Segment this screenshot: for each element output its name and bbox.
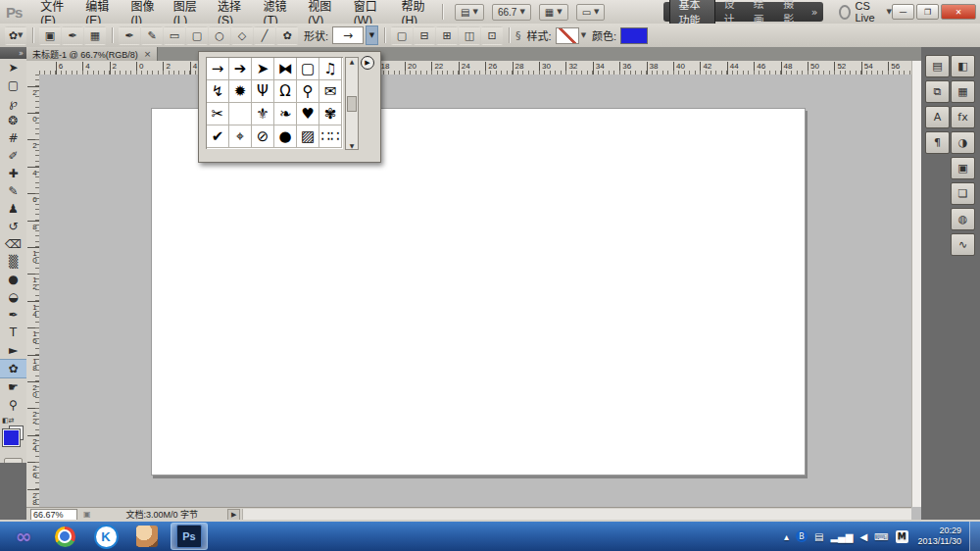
shape-grass[interactable]: Ψ	[252, 80, 274, 103]
shape-arrow-solid[interactable]: ➤	[252, 58, 274, 80]
custom-shape-tool-button[interactable]: ✿	[276, 26, 298, 45]
quick-selection-tool[interactable]: ❂	[0, 112, 26, 129]
restore-button[interactable]: ❐	[916, 4, 939, 20]
signal-icon[interactable]: ▂▄▆	[830, 531, 853, 542]
canvas-pasteboard[interactable]	[39, 75, 911, 507]
style-swatch[interactable]	[556, 27, 579, 44]
panel-swatches[interactable]: ▦	[951, 80, 975, 103]
shape-music-notes[interactable]: ♫	[319, 58, 342, 80]
minimize-button[interactable]: —	[892, 4, 914, 20]
taskbar-clock[interactable]: 20:29 2013/11/30	[918, 526, 961, 547]
shape-heart[interactable]: ♥	[297, 103, 319, 125]
shape-banner[interactable]: ⧓	[274, 58, 297, 80]
horizontal-ruler[interactable]: 8642024681012141618202224262830323436384…	[39, 61, 911, 75]
freeform-pen-tool-button[interactable]: ✎	[141, 26, 163, 45]
shape-light-bulb[interactable]: Ω	[274, 80, 297, 103]
bluetooth-icon[interactable]: B	[796, 530, 808, 542]
shape-picker-scrollbar[interactable]: ▲ ▼	[345, 57, 359, 150]
panel-paragraph[interactable]: ¶	[925, 131, 950, 154]
fill-pixels-button[interactable]: ▦	[84, 26, 106, 45]
shape-starburst[interactable]: ✹	[229, 80, 252, 103]
panel-clone-source[interactable]: ⧉	[925, 80, 950, 103]
document-tab[interactable]: 未标题-1 @ 66.7%(RGB/8) ×	[26, 47, 158, 61]
foreground-color-swatch[interactable]	[3, 429, 20, 446]
screen-mode-button[interactable]: ▭ ▼	[576, 4, 606, 21]
lasso-tool[interactable]: ℘	[0, 94, 26, 112]
panel-channels[interactable]: ◍	[951, 208, 975, 230]
tool-preset-picker[interactable]: ✿ ▼	[5, 26, 26, 45]
panel-paths[interactable]: ∿	[951, 233, 975, 256]
eyedropper-tool[interactable]: ✐	[0, 147, 26, 165]
shape-florette[interactable]: ✾	[319, 103, 342, 125]
scroll-up-icon[interactable]: ▲	[350, 58, 355, 65]
shape-arrow-heavy[interactable]: ➔	[229, 58, 252, 80]
shape-blank[interactable]	[229, 103, 252, 125]
shape-dot-grid[interactable]: ∷∷	[319, 125, 342, 148]
vertical-ruler[interactable]: 20246810121416182022242628	[26, 75, 40, 507]
clone-stamp-tool[interactable]: ♟	[0, 200, 26, 218]
add-to-shape-area-button[interactable]: ▢	[391, 26, 413, 45]
network-icon[interactable]: ▤	[814, 531, 823, 542]
panel-styles[interactable]: fx	[951, 106, 975, 128]
tools-panel-header[interactable]: »	[0, 47, 26, 59]
workspace-overflow-button[interactable]: »	[811, 6, 818, 19]
picker-flyout-menu-button[interactable]: ▶	[361, 56, 374, 70]
brush-tool[interactable]: ✎	[0, 182, 26, 200]
panel-color[interactable]: ◧	[951, 55, 975, 77]
tab-close-icon[interactable]: ×	[144, 49, 152, 59]
eraser-tool[interactable]: ⌫	[0, 235, 26, 253]
shape-picker-dropdown-button[interactable]: ▼	[366, 25, 378, 45]
path-selection-tool[interactable]: ►	[0, 341, 26, 359]
zoom-percentage-field[interactable]: 66.67%	[30, 509, 77, 521]
pen-tool[interactable]: ✒	[0, 306, 26, 324]
taskbar-kugou[interactable]: K	[88, 524, 123, 549]
view-extras-button[interactable]: ▦ ▼	[539, 4, 568, 21]
panel-masks[interactable]: ▣	[951, 157, 975, 179]
shape-checkmark[interactable]: ✔	[207, 125, 229, 148]
shape-ornament[interactable]: ❧	[274, 103, 297, 125]
taskbar-app-logo[interactable]: ∞	[6, 524, 41, 549]
line-tool-button[interactable]: ╱	[254, 26, 275, 45]
rectangle-tool-button[interactable]: ▭	[164, 26, 185, 45]
cs-live-button[interactable]: CS Live ▼	[839, 0, 892, 24]
exclude-overlapping-areas-button[interactable]: ◫	[459, 26, 480, 45]
document-canvas[interactable]	[151, 108, 806, 476]
shape-registration-target[interactable]: ⌖	[229, 125, 252, 148]
status-options-button[interactable]: ▶	[227, 509, 240, 521]
horizontal-scrollbar[interactable]	[242, 509, 911, 520]
dodge-tool[interactable]: ◒	[0, 288, 26, 306]
paths-button[interactable]: ✒	[62, 26, 83, 45]
close-button[interactable]: ✕	[941, 4, 976, 20]
shape-layers-button[interactable]: ▣	[39, 26, 61, 45]
rounded-rectangle-tool-button[interactable]: ▢	[186, 26, 208, 45]
shape-arrow-thin[interactable]: →	[207, 58, 229, 80]
chevron-down-icon[interactable]: ▼	[581, 31, 586, 39]
panel-mini-bridge[interactable]: ▤	[925, 55, 950, 77]
shape-frame[interactable]: ▢	[297, 58, 319, 80]
launch-bridge-button[interactable]: ▤ ▼	[455, 4, 484, 21]
scrollbar-thumb[interactable]	[347, 96, 357, 112]
zoom-tool[interactable]: ⚲	[0, 396, 26, 414]
shape-fleur-de-lis[interactable]: ⚜	[252, 103, 274, 125]
show-desktop-button[interactable]	[969, 522, 980, 551]
blur-tool[interactable]: ●	[0, 271, 26, 288]
shape-lightning[interactable]: ↯	[207, 80, 229, 103]
default-colors-icon[interactable]: ◧⇄	[2, 417, 14, 425]
subtract-from-shape-area-button[interactable]: ⊟	[414, 26, 435, 45]
panel-character[interactable]: A	[925, 106, 950, 128]
pen-tool-button[interactable]: ✒	[119, 26, 140, 45]
taskbar-chrome[interactable]	[47, 524, 82, 549]
shape-prohibition[interactable]: ⊘	[252, 125, 274, 148]
tray-expand-icon[interactable]: ▴	[784, 531, 789, 542]
shape-color-swatch[interactable]	[620, 27, 648, 44]
history-brush-tool[interactable]: ↺	[0, 218, 26, 235]
rectangular-marquee-tool[interactable]: ▢	[0, 76, 26, 94]
combine-shapes-button[interactable]: ⊡	[481, 26, 503, 45]
polygon-tool-button[interactable]: ◇	[231, 26, 253, 45]
type-tool[interactable]: T	[0, 324, 26, 341]
intersect-shape-areas-button[interactable]: ⊞	[436, 26, 458, 45]
gradient-tool[interactable]: ▒	[0, 253, 26, 271]
volume-icon[interactable]: ◀	[859, 531, 867, 542]
taskbar-photoshop[interactable]: Ps	[171, 523, 208, 550]
link-icon[interactable]: §	[515, 29, 521, 42]
